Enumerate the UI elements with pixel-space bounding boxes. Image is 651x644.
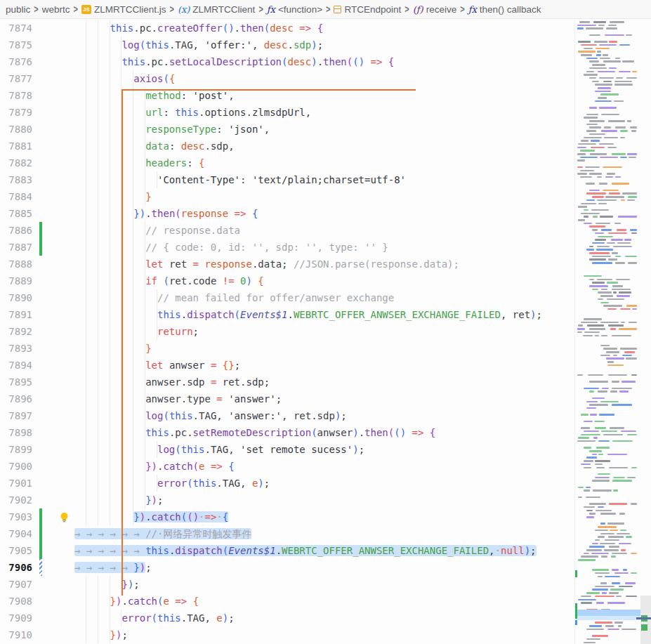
editor-pane[interactable]: 7874 this.pc.createOffer().then(desc => … (0, 20, 574, 644)
code-token: ) (152, 494, 157, 506)
code-line-7908[interactable]: 7908 }).catch(e => { (0, 593, 574, 610)
line-number[interactable]: 7887 (0, 239, 32, 256)
line-number[interactable]: 7891 (0, 306, 32, 323)
line-number[interactable]: 7905 (0, 542, 32, 559)
code-line-7882[interactable]: 7882 headers: { (0, 155, 574, 171)
line-number[interactable]: 7882 (0, 155, 32, 171)
breadcrumb-item-zlmrtcclient-js[interactable]: JSZLMRTCClient.js (81, 4, 166, 15)
minimap[interactable] (574, 19, 640, 644)
minimap-line (581, 44, 597, 46)
git-added-marker[interactable] (39, 525, 42, 542)
git-added-marker[interactable] (39, 239, 42, 256)
line-number[interactable]: 7886 (0, 222, 32, 239)
breadcrumb-item-then-callback[interactable]: ƒxthen() callback (468, 4, 541, 15)
code-line-7909[interactable]: 7909 error(this.TAG, e); (0, 610, 574, 626)
code-line-7877[interactable]: 7877 axios({ (0, 70, 574, 87)
line-number[interactable]: 7895 (0, 374, 32, 390)
line-number[interactable]: 7879 (0, 104, 32, 121)
line-number[interactable]: 7884 (0, 188, 32, 205)
code-line-7888[interactable]: 7888 let ret = response.data; //JSON.par… (0, 256, 574, 272)
line-number[interactable]: 7903 (0, 508, 32, 525)
line-number[interactable]: 7880 (0, 121, 32, 138)
line-number[interactable]: 7901 (0, 475, 32, 492)
breadcrumb-item-rtcendpoint[interactable]: RTCEndpoint (334, 4, 401, 15)
line-number[interactable]: 7900 (0, 458, 32, 475)
code-line-7890[interactable]: 7890 // mean failed for offer/anwser exc… (0, 289, 574, 306)
code-line-7901[interactable]: 7901 error(this.TAG, e); (0, 475, 574, 492)
line-number[interactable]: 7890 (0, 289, 32, 306)
git-added-marker[interactable] (39, 222, 42, 239)
code-line-7894[interactable]: 7894 let anwser = {}; (0, 357, 574, 374)
breadcrumb-item-public[interactable]: public (6, 4, 30, 15)
line-number[interactable]: 7892 (0, 323, 32, 340)
code-line-7906[interactable]: 7906→ → → → → }); (0, 559, 574, 576)
code-line-7895[interactable]: 7895 anwser.sdp = ret.sdp; (0, 374, 574, 390)
minimap-line (631, 553, 637, 555)
line-number[interactable]: 7907 (0, 576, 32, 593)
minimap-line (600, 157, 619, 159)
code-line-7892[interactable]: 7892 return; (0, 323, 574, 340)
line-number[interactable]: 7910 (0, 626, 32, 643)
line-number[interactable]: 7906 (0, 559, 32, 576)
line-number[interactable]: 7878 (0, 87, 32, 104)
git-added-marker[interactable] (39, 508, 42, 525)
code-line-7880[interactable]: 7880 responseType: 'json', (0, 121, 574, 138)
code-line-7887[interactable]: 7887 // { code: 0, id: '', sdp: '', type… (0, 239, 574, 256)
line-number[interactable]: 7898 (0, 424, 32, 441)
code-text: error(this.TAG, e); (74, 475, 270, 492)
line-number[interactable]: 7897 (0, 407, 32, 424)
lightbulb-icon[interactable] (59, 511, 70, 523)
line-number[interactable]: 7909 (0, 610, 32, 626)
code-line-7876[interactable]: 7876 this.pc.setLocalDescription(desc).t… (0, 53, 574, 70)
line-number[interactable]: 7881 (0, 138, 32, 155)
line-number[interactable]: 7888 (0, 256, 32, 272)
code-line-7902[interactable]: 7902 }); (0, 492, 574, 508)
code-line-7885[interactable]: 7885 }).then(response => { (0, 205, 574, 222)
line-number[interactable]: 7883 (0, 171, 32, 188)
code-line-7886[interactable]: 7886 // response.data (0, 222, 574, 239)
breadcrumb-item--function-[interactable]: ƒx<function> (267, 4, 322, 15)
code-line-7879[interactable]: 7879 url: this.options.zlmsdpUrl, (0, 104, 574, 121)
line-number[interactable]: 7875 (0, 37, 32, 53)
code-line-7897[interactable]: 7897 log(this.TAG, 'answer:', ret.sdp); (0, 407, 574, 424)
line-number[interactable]: 7902 (0, 492, 32, 508)
code-line-7881[interactable]: 7881 data: desc.sdp, (0, 138, 574, 155)
code-token: 'answer:' (228, 410, 282, 421)
code-text: log(this.TAG, 'answer:', ret.sdp); (74, 407, 347, 424)
git-modified-marker[interactable] (39, 559, 42, 576)
line-number[interactable]: 7877 (0, 70, 32, 87)
code-line-7883[interactable]: 7883 'Content-Type': 'text/plain;charset… (0, 171, 574, 188)
code-line-7905[interactable]: 7905→ → → → → → this.dispatch(Events$1.W… (0, 542, 574, 559)
line-number[interactable]: 7899 (0, 441, 32, 458)
code-line-7904[interactable]: 7904→ → → → → → //·网络异常时触发事件 (0, 525, 574, 542)
code-line-7899[interactable]: 7899 log(this.TAG, 'set remote sucess'); (0, 441, 574, 458)
minimap-line (612, 289, 631, 291)
code-line-7874[interactable]: 7874 this.pc.createOffer().then(desc => … (0, 20, 574, 37)
code-line-7891[interactable]: 7891 this.dispatch(Events$1.WEBRTC_OFFER… (0, 306, 574, 323)
line-number[interactable]: 7893 (0, 340, 32, 357)
line-number[interactable]: 7894 (0, 357, 32, 374)
code-line-7893[interactable]: 7893 } (0, 340, 574, 357)
code-line-7875[interactable]: 7875 log(this.TAG, 'offer:', desc.sdp); (0, 37, 574, 53)
git-added-marker[interactable] (39, 542, 42, 559)
code-line-7898[interactable]: 7898 this.pc.setRemoteDescription(anwser… (0, 424, 574, 441)
breadcrumb-item-zlmrtcclient[interactable]: (x)ZLMRTCClient (178, 4, 256, 15)
line-number[interactable]: 7885 (0, 205, 32, 222)
code-line-7907[interactable]: 7907 }); (0, 576, 574, 593)
code-line-7896[interactable]: 7896 anwser.type = 'answer'; (0, 390, 574, 407)
line-number[interactable]: 7889 (0, 272, 32, 289)
line-number[interactable]: 7874 (0, 20, 32, 37)
code-line-7884[interactable]: 7884 } (0, 188, 574, 205)
breadcrumb-item-receive[interactable]: (ƒ)receive (413, 4, 457, 15)
code-token: 网络异常时触发事件 (163, 528, 251, 539)
breadcrumb-item-webrtc[interactable]: webrtc (42, 4, 70, 15)
code-line-7910[interactable]: 7910 }); (0, 626, 574, 643)
code-line-7903[interactable]: 7903 }).catch(()·=>·{ (0, 508, 574, 525)
minimap-line (606, 27, 617, 29)
line-number[interactable]: 7896 (0, 390, 32, 407)
line-number[interactable]: 7876 (0, 53, 32, 70)
code-line-7889[interactable]: 7889 if (ret.code != 0) { (0, 272, 574, 289)
line-number[interactable]: 7904 (0, 525, 32, 542)
line-number[interactable]: 7908 (0, 593, 32, 610)
code-line-7900[interactable]: 7900 }).catch(e => { (0, 458, 574, 475)
